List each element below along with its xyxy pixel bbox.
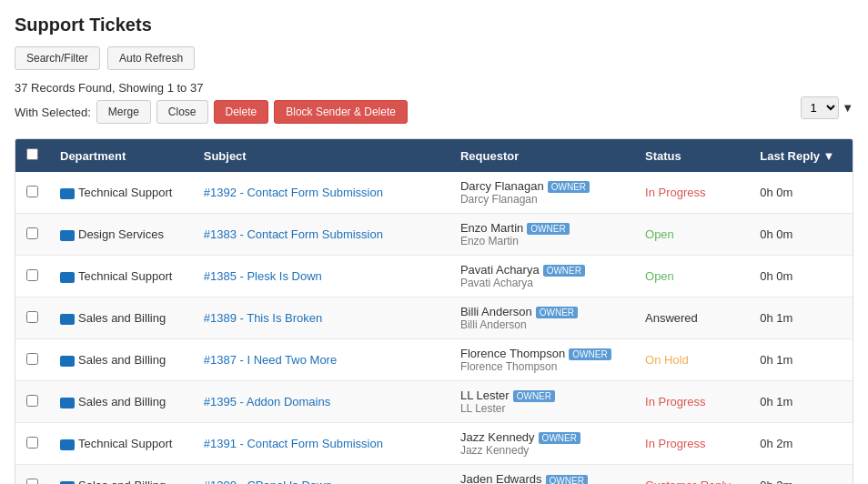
requestor-sub: Pavati Acharya [460, 277, 623, 289]
department-icon [60, 398, 75, 408]
requestor-name: Jazz KennedyOWNER [460, 430, 580, 444]
delete-button[interactable]: Delete [214, 100, 269, 124]
owner-badge: OWNER [513, 390, 555, 402]
department-cell: Sales and Billing [49, 465, 193, 484]
row-checkbox-cell [15, 465, 49, 484]
records-header-row: 37 Records Found, Showing 1 to 37 With S… [15, 81, 853, 135]
close-button[interactable]: Close [156, 100, 208, 124]
department-icon [60, 356, 75, 367]
last-reply-cell: 0h 2m [749, 465, 853, 484]
table-row: Technical Support#1385 - Plesk Is DownPa… [15, 256, 853, 297]
status-badge: Answered [645, 311, 698, 325]
department-label: Sales and Billing [78, 311, 166, 325]
page-title: Support Tickets [15, 15, 853, 35]
status-cell: In Progress [634, 381, 749, 423]
requestor-cell: Pavati AcharyaOWNERPavati Acharya [449, 256, 634, 297]
search-filter-button[interactable]: Search/Filter [15, 46, 100, 70]
table-row: Technical Support#1392 - Contact Form Su… [15, 172, 853, 214]
subject-cell: #1383 - Contact Form Submission [193, 214, 449, 256]
with-selected-label: With Selected: [15, 106, 91, 119]
last-reply-cell: 0h 0m [749, 256, 853, 297]
status-badge: On Hold [645, 353, 689, 367]
department-cell: Technical Support [49, 256, 193, 297]
subject-link[interactable]: #1392 - Contact Form Submission [204, 186, 383, 199]
page-dropdown-icon: ▼ [842, 101, 853, 115]
status-badge: Customer-Reply [645, 479, 731, 484]
department-label: Sales and Billing [78, 479, 166, 484]
requestor-sub: Darcy Flanagan [460, 193, 623, 206]
department-cell: Sales and Billing [49, 381, 193, 423]
requestor-cell: Jazz KennedyOWNERJazz Kennedy [449, 423, 634, 465]
row-checkbox-cell [15, 214, 49, 256]
department-header: Department [49, 139, 193, 172]
tickets-table: Department Subject Requestor Status Last… [15, 139, 853, 484]
row-checkbox[interactable] [26, 186, 38, 197]
department-icon [60, 314, 75, 325]
table-row: Sales and Billing#1390 - CPanel Is DownJ… [15, 465, 853, 484]
requestor-name: Florence ThompsonOWNER [460, 347, 611, 360]
requestor-cell: LL LesterOWNERLL Lester [449, 381, 634, 423]
subject-link[interactable]: #1390 - CPanel Is Down [204, 479, 332, 484]
department-label: Design Services [78, 227, 164, 241]
table-row: Sales and Billing#1387 - I Need Two More… [15, 339, 853, 381]
subject-link[interactable]: #1395 - Addon Domains [204, 395, 330, 408]
requestor-cell: Billi AndersonOWNERBilli Anderson [449, 297, 634, 339]
subject-link[interactable]: #1385 - Plesk Is Down [204, 269, 322, 283]
subject-cell: #1395 - Addon Domains [193, 381, 449, 423]
row-checkbox[interactable] [26, 353, 38, 365]
row-checkbox[interactable] [26, 269, 38, 281]
last-reply-header[interactable]: Last Reply ▼ [749, 139, 853, 172]
row-checkbox-cell [15, 256, 49, 297]
owner-badge: OWNER [548, 181, 590, 193]
requestor-name: Jaden EdwardsOWNER [460, 472, 588, 484]
subject-cell: #1387 - I Need Two More [193, 339, 449, 381]
row-checkbox[interactable] [26, 479, 38, 484]
status-cell: Open [634, 214, 749, 256]
page-select[interactable]: 1 [801, 96, 839, 119]
subject-link[interactable]: #1389 - This Is Broken [204, 311, 323, 325]
owner-badge: OWNER [569, 348, 611, 360]
tickets-table-wrapper: Department Subject Requestor Status Last… [15, 138, 853, 484]
row-checkbox[interactable] [26, 311, 38, 323]
auto-refresh-button[interactable]: Auto Refresh [107, 46, 195, 70]
page-container: Support Tickets Search/Filter Auto Refre… [0, 0, 868, 484]
requestor-name: Darcy FlanaganOWNER [460, 179, 590, 193]
status-cell: In Progress [634, 172, 749, 214]
requestor-name: Enzo MartinOWNER [460, 221, 570, 235]
owner-badge: OWNER [539, 432, 580, 444]
table-header-row: Department Subject Requestor Status Last… [15, 139, 853, 172]
department-cell: Technical Support [49, 172, 193, 214]
department-icon [60, 188, 75, 199]
department-cell: Sales and Billing [49, 297, 193, 339]
last-reply-cell: 0h 1m [749, 297, 853, 339]
subject-cell: #1390 - CPanel Is Down [193, 465, 449, 484]
table-row: Sales and Billing#1395 - Addon DomainsLL… [15, 381, 853, 423]
subject-link[interactable]: #1387 - I Need Two More [204, 353, 337, 367]
status-cell: Answered [634, 297, 749, 339]
requestor-sub: Billi Anderson [460, 318, 623, 331]
row-checkbox-cell [15, 172, 49, 214]
select-all-checkbox[interactable] [26, 148, 38, 160]
department-cell: Design Services [49, 214, 193, 256]
tickets-tbody: Technical Support#1392 - Contact Form Su… [15, 172, 853, 484]
row-checkbox[interactable] [26, 227, 38, 239]
subject-cell: #1389 - This Is Broken [193, 297, 449, 339]
subject-cell: #1385 - Plesk Is Down [193, 256, 449, 297]
row-checkbox[interactable] [26, 437, 38, 449]
block-sender-button[interactable]: Block Sender & Delete [274, 100, 408, 124]
last-reply-cell: 0h 0m [749, 214, 853, 256]
subject-link[interactable]: #1391 - Contact Form Submission [204, 437, 383, 450]
department-label: Technical Support [78, 186, 172, 199]
last-reply-cell: 0h 1m [749, 381, 853, 423]
row-checkbox[interactable] [26, 395, 38, 407]
subject-cell: #1391 - Contact Form Submission [193, 423, 449, 465]
subject-link[interactable]: #1383 - Contact Form Submission [204, 227, 383, 241]
department-cell: Technical Support [49, 423, 193, 465]
merge-button[interactable]: Merge [96, 100, 151, 124]
status-header: Status [634, 139, 749, 172]
status-cell: In Progress [634, 423, 749, 465]
requestor-header: Requestor [449, 139, 634, 172]
requestor-sub: LL Lester [460, 402, 623, 415]
last-reply-cell: 0h 2m [749, 423, 853, 465]
status-badge: Open [645, 269, 674, 283]
